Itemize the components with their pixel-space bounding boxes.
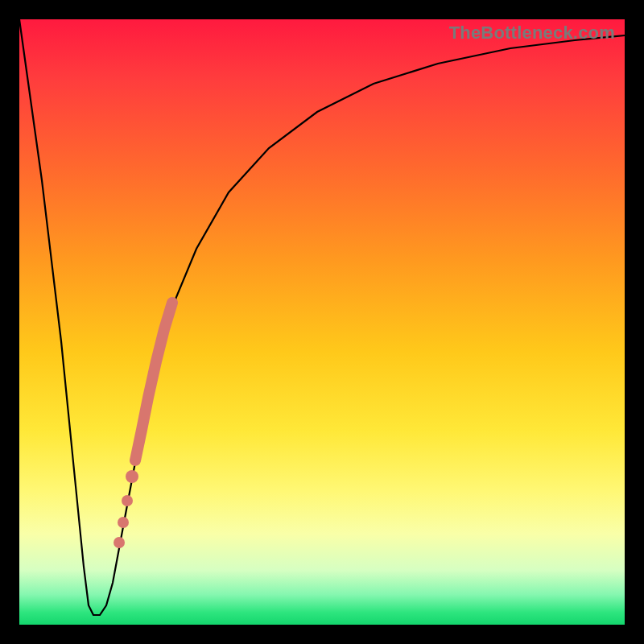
highlight-dot bbox=[118, 517, 129, 528]
watermark-text: TheBottleneck.com bbox=[449, 23, 615, 43]
highlight-dot bbox=[114, 537, 125, 548]
highlight-dot bbox=[126, 470, 138, 483]
chart-frame: TheBottleneck.com bbox=[0, 0, 644, 644]
plot-area: TheBottleneck.com bbox=[19, 19, 625, 625]
curve-svg bbox=[19, 19, 625, 625]
highlight-segment bbox=[135, 303, 172, 460]
highlight-dot bbox=[122, 495, 133, 506]
bottleneck-curve bbox=[19, 19, 625, 615]
